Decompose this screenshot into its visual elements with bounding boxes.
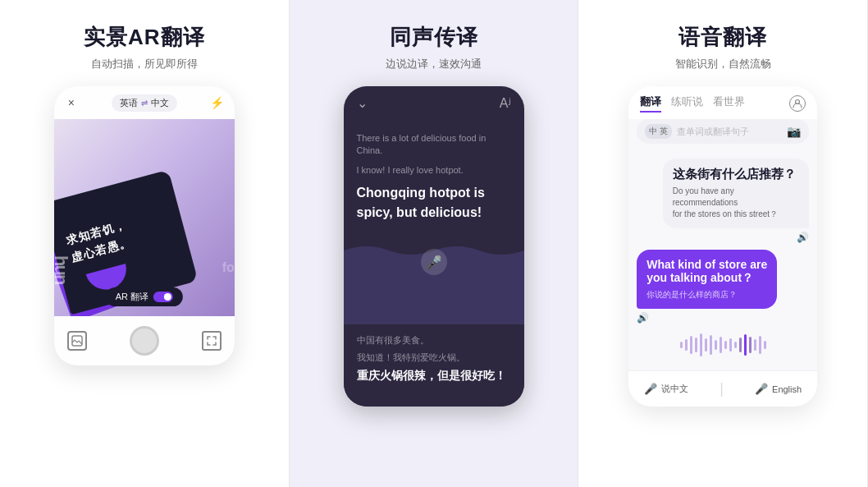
voice-btn-en-label: English: [772, 384, 802, 394]
voice-chat-area: 这条街有什么店推荐？ Do you have any recommendatio…: [628, 152, 817, 366]
ar-close-button[interactable]: ×: [64, 95, 79, 110]
bubble2-sound: 🔊: [637, 312, 649, 324]
phone-sim-mockup: ⌄ Aʲ There is a lot of delicious food in…: [344, 86, 524, 407]
ar-camera-view: 求知若饥， 虚心若愚。 hun fo: [54, 119, 235, 316]
ar-side-text-left: hun: [54, 255, 71, 283]
wave-bar-1: [680, 342, 683, 348]
wave-bar-14: [744, 334, 747, 356]
ar-mode-toggle[interactable]: [153, 292, 173, 302]
voice-lang-bottom-bar: 🎤 说中文 | 🎤 English: [628, 370, 817, 407]
bubble1-sound: 🔊: [797, 232, 809, 243]
wave-bar-4: [695, 338, 697, 352]
ar-book-text: 求知若饥， 虚心若愚。: [64, 216, 133, 268]
ar-top-bar: × 英语 ⇌ 中文 ⚡: [54, 86, 235, 119]
sim-chevron-icon[interactable]: ⌄: [357, 95, 368, 111]
wave-bar-8: [715, 340, 717, 350]
voice-user-icon[interactable]: [789, 95, 806, 112]
sim-line-1: There is a lot of delicious food in Chin…: [357, 132, 511, 158]
wave-bar-10: [724, 341, 727, 349]
voice-camera-icon[interactable]: 📷: [787, 125, 801, 138]
wave-bar-11: [729, 338, 732, 351]
phone-voice-mockup: 翻译 练听说 看世界 中 英 查单词或翻译句子 📷 这条街有什么店推荐？: [628, 86, 817, 407]
voice-nav-tabs: 翻译 练听说 看世界: [640, 94, 745, 113]
sim-line-3-bold: Chongqing hotpot is spicy, but delicious…: [357, 183, 511, 223]
voice-mic-icon-en: 🎤: [755, 383, 768, 395]
voice-tab-world[interactable]: 看世界: [713, 94, 745, 113]
sound-icon-2[interactable]: 🔊: [637, 312, 649, 324]
sim-cn-line2: 我知道！我特别爱吃火锅。: [357, 351, 511, 364]
bubble1-en-text: Do you have any recommendationsfor the s…: [673, 186, 800, 220]
voice-btn-divider: |: [720, 380, 724, 397]
sim-line-2: I know! I really love hotpot.: [357, 164, 511, 177]
sim-top-bar: ⌄ Aʲ: [344, 86, 524, 119]
voice-tab-listen[interactable]: 练听说: [671, 94, 703, 113]
panel-ar-title: 实景AR翻译: [84, 23, 205, 52]
voice-lang-badge: 中 英: [645, 124, 672, 139]
phone-ar-mockup: × 英语 ⇌ 中文 ⚡ 求知若饥， 虚心若愚。: [54, 86, 235, 365]
wave-bar-15: [749, 337, 752, 353]
sim-cn-line3: 重庆火锅很辣，但是很好吃！: [357, 369, 511, 384]
sim-cn-line1: 中国有很多美食。: [357, 334, 511, 347]
panel-voice: 语音翻译 智能识别，自然流畅 翻译 练听说 看世界 中 英 查单词或翻译句子 📷: [578, 0, 868, 487]
voice-nav: 翻译 练听说 看世界: [628, 86, 817, 119]
sim-mic-icon: 🎤: [421, 249, 447, 275]
sim-ai-icon: Aʲ: [500, 95, 511, 111]
voice-search-placeholder: 查单词或翻译句子: [677, 126, 782, 138]
wave-bar-6: [705, 338, 707, 351]
bubble-right-container: 这条街有什么店推荐？ Do you have any recommendatio…: [663, 159, 810, 243]
wave-bar-16: [754, 339, 756, 351]
ar-side-text-right: fo: [222, 260, 235, 275]
sim-mic-button[interactable]: 🎤: [421, 249, 447, 275]
sim-conversation: There is a lot of delicious food in Chin…: [344, 119, 524, 242]
wave-bar-9: [720, 337, 722, 353]
wave-bar-2: [685, 339, 688, 351]
panel-voice-title: 语音翻译: [678, 23, 767, 52]
wave-bar-5: [700, 333, 702, 356]
ar-bottom-bar: [54, 316, 235, 365]
ar-mode-badge: AR 翻译: [106, 287, 183, 306]
bubble2-cn-text: 你说的是什么样的商店？: [646, 289, 767, 301]
ar-gallery-button[interactable]: [67, 331, 87, 351]
ar-book-image: 求知若饥， 虚心若愚。: [54, 168, 210, 300]
bubble-left: What kind of store areyou talking about？…: [637, 250, 777, 309]
wave-bar-7: [710, 335, 712, 355]
wave-bar-17: [759, 336, 761, 354]
wave-bar-13: [739, 338, 742, 352]
ar-language-selector[interactable]: 英语 ⇌ 中文: [112, 94, 177, 112]
voice-search-bar[interactable]: 中 英 查单词或翻译句子 📷: [637, 119, 809, 144]
wave-bar-3: [690, 336, 692, 354]
ar-flash-button[interactable]: ⚡: [210, 94, 225, 112]
ar-lang-to: 中文: [151, 97, 169, 109]
bubble-left-container: What kind of store areyou talking about？…: [637, 250, 777, 324]
bubble-right: 这条街有什么店推荐？ Do you have any recommendatio…: [663, 159, 810, 228]
voice-waveform: [637, 330, 809, 360]
voice-tab-translate[interactable]: 翻译: [640, 94, 661, 113]
wave-bar-12: [734, 342, 737, 348]
ar-expand-button[interactable]: [202, 331, 222, 351]
voice-btn-cn-label: 说中文: [661, 383, 688, 395]
sound-icon-1[interactable]: 🔊: [797, 232, 809, 243]
bubble2-en-text: What kind of store areyou talking about？: [646, 258, 767, 286]
panel-sim-subtitle: 边说边译，速效沟通: [386, 57, 482, 71]
panel-ar-subtitle: 自动扫描，所见即所得: [91, 57, 198, 71]
panel-ar: 实景AR翻译 自动扫描，所见即所得 × 英语 ⇌ 中文 ⚡ 求知若饥， 虚心若愚…: [0, 0, 290, 487]
ar-shutter-button[interactable]: [130, 326, 159, 356]
ar-mode-label: AR 翻译: [116, 291, 148, 303]
ar-lang-arrow-icon: ⇌: [141, 99, 148, 108]
voice-btn-chinese[interactable]: 🎤 说中文: [644, 383, 688, 395]
ar-lang-from: 英语: [120, 97, 138, 109]
panel-sim-title: 同声传译: [390, 23, 478, 52]
voice-mic-icon-cn: 🎤: [644, 383, 657, 395]
panel-voice-subtitle: 智能识别，自然流畅: [675, 57, 771, 71]
voice-btn-english[interactable]: 🎤 English: [755, 383, 802, 395]
sim-bottom-text: 中国有很多美食。 我知道！我特别爱吃火锅。 重庆火锅很辣，但是很好吃！: [344, 324, 524, 407]
bubble1-cn-text: 这条街有什么店推荐？: [673, 167, 800, 182]
wave-bar-18: [764, 341, 766, 349]
panel-sim: 同声传译 边说边译，速效沟通 ⌄ Aʲ There is a lot of de…: [290, 0, 579, 487]
